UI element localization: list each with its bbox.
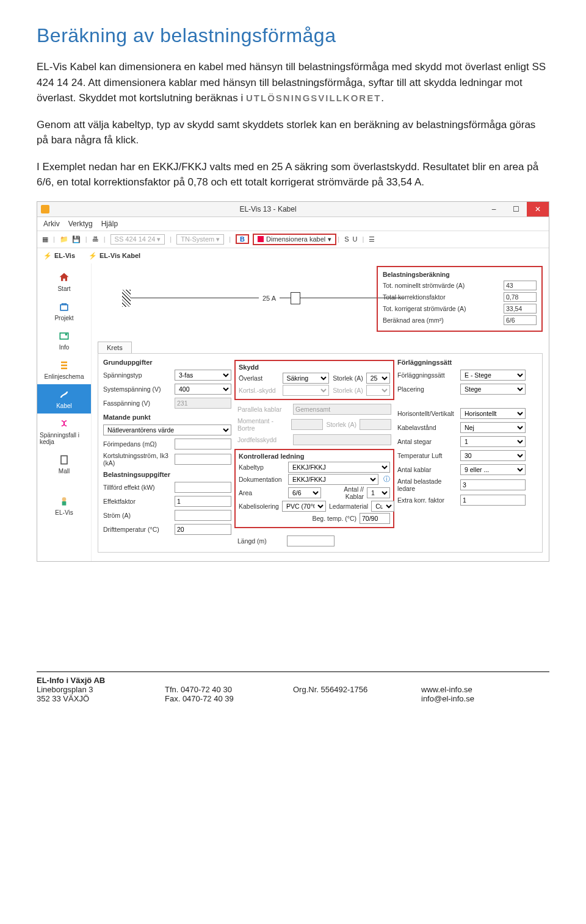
close-button[interactable]: ✕ — [527, 202, 549, 217]
ledarmaterial-select[interactable]: Cu — [371, 501, 394, 512]
forimpedans-input[interactable] — [175, 439, 231, 449]
temperatur-select[interactable]: 30 — [460, 450, 526, 461]
kortslutningsstrom-input[interactable] — [175, 454, 231, 465]
toolbar-ss[interactable]: SS 424 14 24 ▾ — [110, 234, 165, 245]
pill-elvis-kabel[interactable]: ⚡EL-Vis Kabel — [89, 252, 140, 260]
nav-elvis[interactable]: EL-Vis — [37, 491, 91, 520]
nav-start[interactable]: Start — [37, 267, 91, 296]
menu-hjalp[interactable]: Hjälp — [101, 220, 118, 228]
effekt-input[interactable] — [175, 482, 231, 493]
svg-point-2 — [65, 333, 67, 335]
svg-rect-3 — [61, 456, 67, 464]
kabeltyp-select[interactable]: EKKJ/FKKJ — [288, 462, 390, 473]
systemspanning-select[interactable]: 400 — [175, 384, 231, 395]
svg-point-4 — [62, 497, 67, 501]
kortsl-select — [283, 385, 329, 396]
nav-projekt[interactable]: Projekt — [37, 296, 91, 326]
begtemp-input[interactable] — [360, 513, 390, 524]
dokumentation-select[interactable]: EKKJ/FKKJ — [288, 474, 378, 485]
window-title: EL-Vis 13 - Kabel — [53, 205, 483, 213]
nav-info[interactable]: Info — [37, 326, 91, 355]
toolbar-print-icon[interactable]: 🖶 — [92, 235, 99, 243]
left-nav: Start Projekt Info Enlinjeschema Kabel S… — [37, 263, 92, 561]
paragraph-1: EL-Vis Kabel kan dimensionera en kabel m… — [37, 59, 549, 106]
paragraph-2: Genom att välja kabeltyp, typ av skydd s… — [37, 117, 549, 148]
forlaggningssatt-select[interactable]: E - Stege — [460, 370, 526, 381]
fasspanning-input — [175, 398, 231, 409]
nav-kabel[interactable]: Kabel — [37, 384, 91, 414]
nav-mall[interactable]: Mall — [37, 449, 91, 479]
toolbar-list-icon[interactable]: ☰ — [369, 235, 375, 243]
toolbar-dimensionera[interactable]: Dimensionera kabel ▾ — [253, 234, 336, 245]
isolering-select[interactable]: PVC (70°C) — [282, 501, 326, 512]
placering-select[interactable]: Stege — [460, 384, 526, 395]
paragraph-3: I Exemplet nedan har en EKKJ/FKKJ valts … — [37, 159, 549, 190]
calc-box: Belastningsberäkning Tot. nominellt strö… — [377, 266, 543, 332]
app-icon — [41, 205, 49, 213]
antal-select[interactable]: 1 — [367, 487, 390, 498]
toolbar-tn[interactable]: TN-System ▾ — [176, 234, 224, 245]
minimize-button[interactable]: – — [483, 202, 505, 217]
toolbar-disk-icon[interactable]: 💾 — [72, 235, 81, 243]
storlek-select[interactable]: 25 — [366, 373, 390, 384]
menu-arkiv[interactable]: Arkiv — [43, 220, 60, 228]
overlast-select[interactable]: Säkring — [283, 373, 329, 384]
antalkablar-select[interactable]: 9 eller ... — [460, 464, 526, 475]
stegar-select[interactable]: 1 — [460, 436, 526, 447]
wand-icon — [258, 236, 264, 242]
drifttemp-input[interactable] — [175, 524, 231, 535]
matande-select[interactable]: Nätleverantörens värde — [103, 424, 231, 435]
toolbar-save-icon[interactable]: ▦ — [42, 235, 48, 243]
app-window: EL-Vis 13 - Kabel – ☐ ✕ Arkiv Verktyg Hj… — [37, 201, 549, 562]
toolbar-s[interactable]: S — [344, 235, 349, 243]
toolbar-b-button[interactable]: B — [236, 234, 249, 244]
maximize-button[interactable]: ☐ — [505, 202, 527, 217]
titlebar: EL-Vis 13 - Kabel – ☐ ✕ — [37, 202, 549, 217]
toolbar-folder-icon[interactable]: 📁 — [60, 235, 68, 243]
page-title: Beräkning av belastningsförmåga — [37, 24, 549, 47]
pill-elvis[interactable]: ⚡EL-Vis — [43, 252, 75, 260]
strom-input[interactable] — [175, 510, 231, 521]
menu-verktyg[interactable]: Verktyg — [68, 220, 93, 228]
extrakorr-input[interactable] — [460, 495, 526, 506]
svg-rect-5 — [62, 501, 67, 506]
info-icon[interactable]: ⓘ — [383, 475, 390, 484]
page-footer: EL-Info i Växjö AB Lineborgsplan 3352 33… — [37, 672, 549, 703]
antalledare-input[interactable] — [460, 479, 526, 490]
nav-enlinjeschema[interactable]: Enlinjeschema — [37, 355, 91, 384]
toolbar-u[interactable]: U — [352, 235, 357, 243]
kabelavstand-select[interactable]: Nej — [460, 422, 526, 433]
effektfaktor-input[interactable] — [175, 496, 231, 507]
langd-input[interactable] — [287, 535, 335, 546]
area-select[interactable]: 6/6 — [288, 487, 321, 498]
hv-select[interactable]: Horisontellt — [460, 408, 526, 419]
svg-rect-0 — [60, 304, 68, 310]
tab-krets[interactable]: Krets — [98, 342, 132, 353]
nav-spanningsfall[interactable]: Spänningsfall i kedja — [37, 414, 91, 449]
spanningstyp-select[interactable]: 3-fas — [175, 370, 231, 381]
